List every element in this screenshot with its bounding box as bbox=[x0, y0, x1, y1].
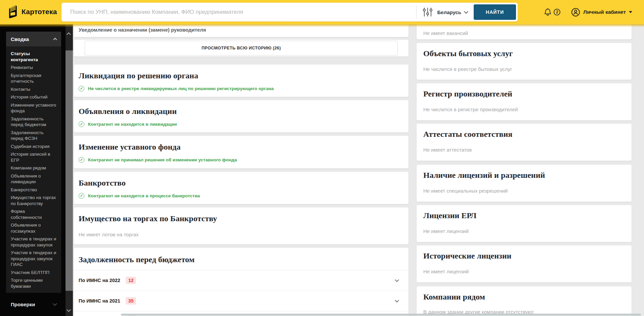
notifications[interactable]: 2 bbox=[544, 8, 560, 17]
account-menu[interactable]: Личный кабинет bbox=[571, 8, 632, 17]
card-budget-debt: Задолженность перед бюджетом По ИМНС на … bbox=[74, 248, 409, 316]
aside-card-producers-register: Регистр производителей Не числится в рег… bbox=[417, 83, 632, 120]
view-all-history-button[interactable]: ПРОСМОТРЕТЬ ВСЮ ИСТОРИЮ (26) bbox=[85, 41, 398, 55]
search-bar: Беларусь НАЙТИ bbox=[61, 3, 518, 22]
top-header: Картотека Беларусь НАЙТИ 2 Личный кабине… bbox=[0, 0, 644, 24]
card-title: Банкротство bbox=[79, 178, 404, 188]
debt-count-badge: 35 bbox=[126, 297, 136, 305]
sidebar-item-bankrotstvo[interactable]: Банкротство bbox=[6, 186, 61, 194]
horizontal-scrollbar-thumb[interactable] bbox=[121, 314, 641, 316]
notification-count-badge: 2 bbox=[554, 9, 560, 15]
card-title: Задолженность перед бюджетом bbox=[79, 254, 404, 265]
caret-down-icon bbox=[629, 11, 632, 13]
debt-row-label: По ИМНС на 2022 bbox=[79, 278, 120, 283]
sidebar-scrollbar[interactable] bbox=[66, 24, 73, 316]
sidebar-submenu: Статусы контрагента Реквизиты Бухгалтерс… bbox=[6, 46, 61, 293]
card-title: Ликвидация по решению органа bbox=[79, 71, 404, 81]
divider bbox=[416, 5, 417, 19]
aside-card-licenses-permits: Наличие лицензий и разрешений Не имеет с… bbox=[417, 165, 632, 202]
card-bankruptcy: Банкротство ✓ Контрагент не находится в … bbox=[74, 172, 409, 204]
region-selector[interactable]: Беларусь bbox=[437, 9, 468, 15]
find-button[interactable]: НАЙТИ bbox=[474, 4, 516, 20]
sidebar-item-statusy-kontragenta[interactable]: Статусы контрагента bbox=[6, 50, 61, 64]
aside-card-status: Не имеет вакансий bbox=[423, 30, 625, 36]
aside-card-status: Не числится в регистре производителей bbox=[423, 107, 625, 112]
sidebar-item-forma-sobstvennosti[interactable]: Форма собственности bbox=[6, 207, 61, 221]
sidebar-item-uchastie-v-tenderah[interactable]: Участие в тендерах и процедурах закупок bbox=[6, 235, 61, 249]
chevron-up-icon bbox=[53, 38, 57, 41]
aside-card-title: Исторические лицензии bbox=[423, 251, 625, 261]
sidebar-item-zadolzhennost-byudzhet[interactable]: Задолженность перед бюджетом bbox=[6, 115, 61, 129]
aside-card-status: Не имеет лицензий bbox=[423, 269, 625, 274]
aside-card-title: Аттестаты соответствия bbox=[423, 129, 625, 139]
sidebar-item-izmenenie-ustavnogo-fonda[interactable]: Изменение уставного фонда bbox=[6, 101, 61, 115]
aside-card-status: Не числится в реестре бытовых услуг bbox=[423, 66, 625, 72]
scroll-down-arrow-icon[interactable] bbox=[67, 308, 71, 312]
debt-row-2021[interactable]: По ИМНС на 2021 35 bbox=[74, 291, 409, 311]
sidebar-item-torgi-cennymi-bumagami[interactable]: Торги ценными бумагами bbox=[6, 276, 61, 290]
sidebar-item-uchastie-v-tenderah-gias[interactable]: Участие в тендерах и процедурах закупок … bbox=[6, 249, 61, 269]
sidebar-item-obyavleniya-o-likvidacii[interactable]: Объявления о ликвидации bbox=[6, 172, 61, 186]
card-title: Объявления о ликвидации bbox=[79, 106, 404, 116]
sidebar-item-zadolzhennost-fszn[interactable]: Задолженность перед ФСЗН bbox=[6, 129, 61, 143]
card-status-text: Контрагент не находится в процессе банкр… bbox=[88, 193, 200, 198]
card-status-text: Контрагент не находится в ликвидации bbox=[88, 122, 177, 127]
card-status-text: Не имеет лотов на торгах bbox=[79, 232, 404, 237]
check-circle-icon: ✓ bbox=[79, 157, 84, 163]
aside-card-conformity-certificates: Аттестаты соответствия Не имеет аттестат… bbox=[417, 124, 632, 161]
account-label: Личный кабинет bbox=[583, 9, 626, 15]
check-circle-icon: ✓ bbox=[79, 193, 84, 199]
aside-card-status: Не имеет лицензий bbox=[423, 228, 625, 234]
card-liquidation-announcements: Объявления о ликвидации ✓ Контрагент не … bbox=[74, 100, 409, 132]
debt-row-2022[interactable]: По ИМНС на 2022 12 bbox=[74, 270, 409, 291]
kartoteka-logo[interactable]: Картотека bbox=[7, 5, 57, 18]
check-circle-icon: ✓ bbox=[79, 86, 84, 91]
chevron-down-icon[interactable] bbox=[395, 298, 399, 303]
sidebar-item-obyavleniya-o-goszakupkah[interactable]: Объявления о госзакупках bbox=[6, 221, 61, 235]
sidebar-item-rekvizity[interactable]: Реквизиты bbox=[6, 64, 61, 72]
sidebar-section-svodka[interactable]: Сводка bbox=[6, 32, 61, 46]
kartoteka-logo-icon bbox=[7, 5, 18, 18]
card-title: Изменение уставного фонда bbox=[79, 142, 404, 152]
bell-icon bbox=[544, 8, 552, 17]
sidebar-item-imushchestvo-na-torgah[interactable]: Имущество на торгах по Банкротству bbox=[6, 194, 61, 207]
search-input[interactable] bbox=[61, 9, 416, 15]
sidebar-item-uchastnik-beltpp[interactable]: Участник БЕЛТПП bbox=[6, 269, 61, 277]
aside-card-companies-nearby: Компании рядом В данном здании другие ко… bbox=[417, 286, 632, 316]
aside-card-title: Регистр производителей bbox=[423, 89, 625, 99]
chevron-down-icon[interactable] bbox=[395, 278, 399, 282]
sidebar-item-sudebnaya-istoriya[interactable]: Судебная история bbox=[6, 143, 61, 151]
sidebar-item-istoriya-zapisey-egr[interactable]: История записей в ЕГР bbox=[6, 150, 61, 164]
aside-card-title: Лицензии ЕРЛ bbox=[423, 210, 625, 221]
aside-card-title: Наличие лицензий и разрешений bbox=[423, 170, 625, 180]
card-status-text: Не числится в реестре ликвидируемых лиц … bbox=[88, 86, 274, 91]
aside-card-title: Объекты бытовых услуг bbox=[423, 48, 625, 58]
card-bankruptcy-auctions: Имущество на торгах по Банкротству Не им… bbox=[74, 207, 409, 244]
sidebar-item-kontakty[interactable]: Контакты bbox=[6, 85, 61, 93]
card-charter-fund-change: Изменение уставного фонда ✓ Контрагент н… bbox=[74, 136, 409, 168]
region-label: Беларусь bbox=[437, 9, 462, 15]
sidebar-section-label: Проверки bbox=[11, 302, 35, 307]
sidebar-section-proverki[interactable]: Проверки bbox=[6, 298, 61, 310]
logo-text: Картотека bbox=[22, 8, 57, 16]
chevron-down-icon bbox=[464, 9, 468, 14]
sidebar-item-istoriya-sobytiy[interactable]: История событий bbox=[6, 93, 61, 101]
sidebar-section-label: Сводка bbox=[11, 36, 29, 42]
view-all-history-card: ПРОСМОТРЕТЬ ВСЮ ИСТОРИЮ (26) bbox=[74, 40, 409, 56]
sidebar-item-kompanii-ryadom[interactable]: Компании рядом bbox=[6, 164, 61, 172]
scroll-up-arrow-icon[interactable] bbox=[67, 32, 71, 37]
sidebar-item-buhgalterskaya-otchetnost[interactable]: Бухгалтерская отчетность bbox=[6, 72, 61, 85]
sidebar: Сводка Статусы контрагента Реквизиты Бух… bbox=[0, 24, 66, 316]
debt-count-badge: 12 bbox=[126, 277, 136, 284]
card-liquidation-by-authority: Ликвидация по решению органа ✓ Не числит… bbox=[74, 65, 409, 97]
aside-card-erl-licenses: Лицензии ЕРЛ Не имеет лицензий bbox=[417, 205, 632, 242]
aside-card-household-services: Объекты бытовых услуг Не числится в реес… bbox=[417, 43, 632, 80]
aside-card-status: Не имеет специальных резрешений bbox=[423, 188, 625, 194]
debt-row-label: По ИМНС на 2021 bbox=[79, 298, 120, 304]
person-circle-icon bbox=[571, 8, 580, 17]
card-title: Имущество на торгах по Банкротству bbox=[79, 213, 404, 224]
filter-sliders-icon[interactable] bbox=[423, 7, 432, 17]
aside-card-historical-licenses: Исторические лицензии Не имеет лицензий bbox=[417, 245, 632, 282]
aside-card-status: Не имеет аттестатов bbox=[423, 147, 625, 153]
sidebar-scrollbar-thumb[interactable] bbox=[66, 50, 73, 291]
